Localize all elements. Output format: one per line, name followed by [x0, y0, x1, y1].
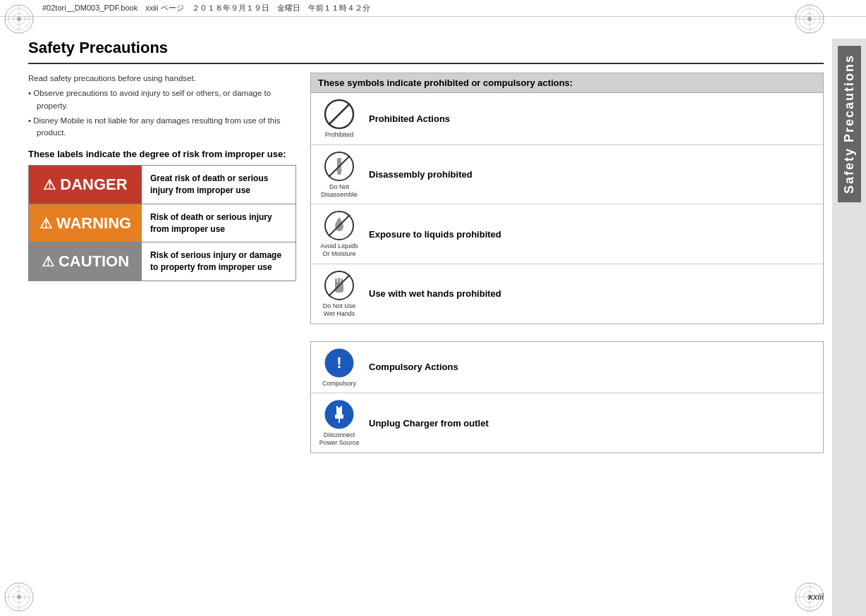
svg-point-5 [17, 17, 21, 21]
intro-text: Read safety precautions before using han… [28, 73, 296, 139]
prohibited-main-icon [324, 99, 355, 130]
main-content: Safety Precautions Read safety precautio… [28, 39, 824, 588]
warning-label: ⚠ WARNING [29, 204, 142, 242]
liquids-icon-area: Avoid LiquidsOr Moisture [318, 210, 360, 258]
warning-triangle-icon: ⚠ [39, 215, 52, 232]
compulsory-icon-area: ! Compulsory [318, 347, 360, 388]
unplug-icon [324, 399, 355, 430]
two-column-layout: Read safety precautions before using han… [28, 73, 824, 588]
compulsory-actions-label: Compulsory Actions [369, 362, 458, 372]
warning-row: ⚠ WARNING Risk of death or serious injur… [28, 204, 296, 243]
unplug-caption: DisconnectPower Source [319, 431, 360, 447]
disassembly-text: Disassembly prohibited [369, 169, 472, 180]
liquids-row: Avoid LiquidsOr Moisture Exposure to liq… [311, 204, 823, 264]
svg-rect-28 [337, 158, 341, 169]
unplug-row: DisconnectPower Source Unplug Charger fr… [311, 393, 823, 452]
wet-hands-text: Use with wet hands prohibited [369, 288, 501, 299]
danger-row: ⚠ DANGER Great risk of death or serious … [28, 165, 296, 204]
liquids-text: Exposure to liquids prohibited [369, 229, 501, 240]
intro-bullet2: • Disney Mobile is not liable for any da… [28, 115, 296, 140]
svg-rect-44 [335, 414, 343, 419]
wet-hands-icon-area: Do Not UseWet Hands [318, 270, 360, 318]
wet-hands-row: Do Not UseWet Hands Use with wet hands p… [311, 264, 823, 324]
svg-line-25 [329, 104, 350, 125]
wet-hands-icon [324, 270, 355, 301]
disassembly-row: Do NotDisassemble Disassembly prohibited [311, 145, 823, 205]
symbols-heading: These symbols indicate prohibited or com… [310, 73, 824, 92]
page-title: Safety Precautions [28, 39, 824, 64]
warning-desc: Risk of death or serious injury from imp… [142, 204, 295, 242]
labels-heading: These labels indicate the degree of risk… [28, 149, 296, 159]
prohibited-main-caption: Prohibited [325, 131, 354, 139]
svg-point-11 [807, 17, 812, 21]
intro-bullet1: • Observe precautions to avoid injury to… [28, 87, 296, 112]
svg-point-17 [17, 595, 21, 599]
disassembly-icon [324, 151, 355, 182]
right-column: These symbols indicate prohibited or com… [310, 73, 824, 588]
svg-text:!: ! [336, 354, 341, 371]
corner-deco-tr [792, 1, 827, 37]
prohibited-actions-label: Prohibited Actions [369, 113, 450, 124]
top-bar: #02tori__DM003_PDF.book xxiii ページ ２０１８年９… [0, 0, 866, 17]
disassembly-caption: Do NotDisassemble [321, 183, 358, 199]
corner-deco-tl [1, 1, 37, 37]
wet-hands-caption: Do Not UseWet Hands [323, 302, 356, 318]
caution-triangle-icon: ⚠ [42, 253, 54, 270]
compulsory-main-caption: Compulsory [322, 380, 356, 388]
section-divider [310, 333, 824, 341]
danger-desc: Great risk of death or serious injury fr… [142, 166, 295, 204]
compulsory-main-icon: ! [324, 347, 355, 378]
unplug-text: Unplug Charger from outlet [369, 418, 489, 429]
disassembly-icon-area: Do NotDisassemble [318, 151, 360, 199]
right-tab: Safety Precautions [832, 39, 866, 616]
svg-rect-35 [335, 278, 337, 284]
svg-rect-34 [335, 283, 343, 292]
caution-desc: Risk of serious injury or damage to prop… [142, 242, 295, 281]
top-bar-text: #02tori__DM003_PDF.book xxiii ページ ２０１８年９… [42, 3, 370, 13]
unplug-icon-area: DisconnectPower Source [318, 399, 360, 447]
intro-line1: Read safety precautions before using han… [28, 73, 296, 85]
page-number: xxiii [808, 591, 824, 602]
compulsory-header-row: ! Compulsory Compulsory Actions [311, 342, 823, 394]
svg-marker-29 [336, 169, 342, 175]
prohibited-icon-area: Prohibited [318, 99, 360, 139]
left-column: Read safety precautions before using han… [28, 73, 296, 588]
right-tab-label: Safety Precautions [838, 46, 861, 202]
danger-triangle-icon: ⚠ [43, 176, 56, 193]
liquids-caption: Avoid LiquidsOr Moisture [320, 242, 358, 258]
liquids-icon [324, 210, 355, 241]
compulsory-section: ! Compulsory Compulsory Actions [310, 341, 824, 453]
svg-rect-37 [341, 278, 343, 284]
caution-label: ⚠ CAUTION [29, 242, 142, 281]
prohibited-header-row: Prohibited Prohibited Actions [311, 93, 823, 145]
prohibited-section: Prohibited Prohibited Actions [310, 92, 824, 324]
danger-label: ⚠ DANGER [29, 166, 142, 204]
caution-row: ⚠ CAUTION Risk of serious injury or dama… [28, 242, 296, 281]
svg-rect-36 [338, 278, 340, 283]
